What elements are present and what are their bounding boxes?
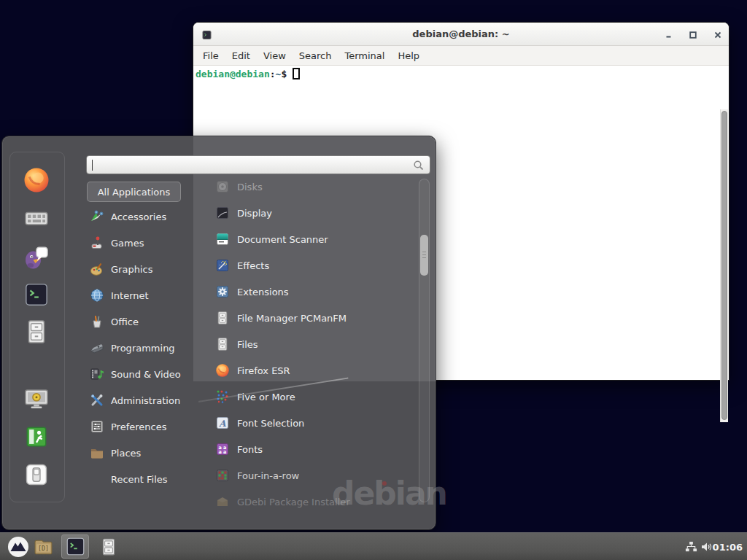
effects-icon xyxy=(215,258,230,273)
app-item-four-in-a-row[interactable]: Four-in-a-row xyxy=(215,462,417,489)
pidgin-icon xyxy=(23,244,50,270)
category-office[interactable]: Office xyxy=(90,311,199,332)
menu-edit[interactable]: Edit xyxy=(225,50,257,61)
app-item-file-manager-pcmanfm[interactable]: File Manager PCManFM xyxy=(215,305,417,331)
programming-icon xyxy=(90,341,104,355)
lock-screen-icon xyxy=(23,386,50,412)
app-item-fonts[interactable]: a aa a Fonts xyxy=(215,436,417,462)
office-icon xyxy=(90,314,104,329)
sidebar-shortcut-shutdown[interactable] xyxy=(22,460,51,489)
category-all-applications[interactable]: All Applications xyxy=(87,182,181,202)
places-icon xyxy=(90,446,104,460)
scrollbar-grip xyxy=(422,252,426,259)
app-item-five-or-more[interactable]: Five or More xyxy=(215,384,417,410)
taskbar-terminal-active[interactable] xyxy=(61,534,89,559)
firefox-icon xyxy=(215,363,230,378)
maximize-button[interactable] xyxy=(687,29,698,40)
font-selection-icon: A xyxy=(215,416,230,430)
file-cabinet-icon xyxy=(99,537,118,556)
app-item-document-scanner[interactable]: Document Scanner xyxy=(215,226,417,252)
network-tray-icon[interactable] xyxy=(683,533,699,560)
taskbar-file-manager-launcher[interactable]: [D] xyxy=(32,533,54,560)
taskbar: [D] 01:06 xyxy=(0,532,747,560)
menu-search[interactable]: Search xyxy=(293,50,338,61)
sidebar-shortcut-terminal[interactable] xyxy=(22,280,51,309)
app-item-files[interactable]: Files xyxy=(215,331,417,357)
shell-prompt: debian@debian:~$ xyxy=(196,68,300,79)
category-accessories[interactable]: Accessories xyxy=(90,206,199,228)
clock[interactable]: 01:06 xyxy=(713,533,743,560)
app-item-effects[interactable]: Effects xyxy=(215,252,417,279)
desktop: debian@debian: ~ File Edit View Search T… xyxy=(0,0,747,560)
sidebar-shortcut-firefox[interactable] xyxy=(22,166,51,195)
app-item-gdebi[interactable]: GDebi Package Installer xyxy=(215,489,417,515)
category-graphics[interactable]: Graphics xyxy=(90,258,199,280)
menu-logo-icon xyxy=(7,536,29,558)
search-input[interactable] xyxy=(86,155,430,174)
app-list-scrollbar-handle[interactable] xyxy=(420,235,428,276)
category-sound-video[interactable]: Sound & Video xyxy=(90,363,199,385)
document-scanner-icon xyxy=(215,232,230,246)
menu-help[interactable]: Help xyxy=(391,50,426,61)
category-programming[interactable]: Programming xyxy=(90,337,199,359)
category-administration[interactable]: Administration xyxy=(90,389,199,411)
category-internet[interactable]: Internet xyxy=(90,284,199,306)
svg-text:a a: a a xyxy=(218,449,226,455)
menu-view[interactable]: View xyxy=(257,50,293,61)
prompt-user: debian@debian xyxy=(196,69,270,79)
folder-icon: [D] xyxy=(34,538,53,556)
sidebar-shortcut-pidgin[interactable] xyxy=(22,242,51,271)
firefox-icon xyxy=(23,167,50,193)
graphics-icon xyxy=(90,262,104,276)
close-button[interactable] xyxy=(712,29,723,40)
display-icon xyxy=(215,206,230,220)
terminal-titlebar[interactable]: debian@debian: ~ xyxy=(193,23,729,46)
text-caret xyxy=(92,160,93,171)
accessories-icon xyxy=(90,209,104,224)
terminal-icon xyxy=(66,537,85,556)
file-cabinet-icon xyxy=(215,337,230,351)
app-item-extensions[interactable]: Extensions xyxy=(215,279,417,305)
disks-icon xyxy=(215,179,230,194)
sidebar-shortcut-logout[interactable] xyxy=(22,422,51,451)
volume-icon xyxy=(700,540,713,553)
category-preferences[interactable]: Preferences xyxy=(90,416,199,438)
sidebar-shortcut-lock-screen[interactable] xyxy=(22,384,51,413)
category-recent-files[interactable]: Recent Files xyxy=(90,468,199,490)
games-icon xyxy=(90,236,104,250)
app-item-disks[interactable]: Disks xyxy=(215,174,417,200)
sidebar-shortcut-software-manager[interactable] xyxy=(22,203,51,233)
menu-terminal[interactable]: Terminal xyxy=(338,50,391,61)
preferences-icon xyxy=(90,419,104,434)
terminal-scrollbar[interactable] xyxy=(720,109,728,422)
sidebar-shortcut-file-manager[interactable] xyxy=(22,317,51,346)
shutdown-icon xyxy=(24,462,49,487)
software-manager-icon xyxy=(23,205,50,231)
category-places[interactable]: Places xyxy=(90,442,199,464)
terminal-window-icon xyxy=(202,29,212,39)
logout-icon xyxy=(24,424,49,449)
minimize-button[interactable] xyxy=(663,29,674,40)
window-title: debian@debian: ~ xyxy=(412,28,509,39)
search-icon xyxy=(413,160,425,171)
extensions-icon xyxy=(215,284,230,299)
administration-icon xyxy=(90,393,104,408)
application-menu: debian xyxy=(1,136,436,530)
menu-button[interactable] xyxy=(6,533,31,560)
svg-text:A: A xyxy=(218,419,226,429)
app-item-display[interactable]: Display xyxy=(215,200,417,226)
file-cabinet-icon xyxy=(23,319,50,345)
terminal-icon xyxy=(24,282,49,307)
internet-icon xyxy=(90,288,104,303)
menu-file[interactable]: File xyxy=(196,50,225,61)
app-item-firefox-esr[interactable]: Firefox ESR xyxy=(215,357,417,384)
file-cabinet-icon xyxy=(215,311,230,325)
category-games[interactable]: Games xyxy=(90,232,199,254)
gdebi-icon xyxy=(215,494,230,509)
terminal-cursor xyxy=(293,68,300,79)
network-icon xyxy=(685,541,697,553)
app-item-font-selection[interactable]: A Font Selection xyxy=(215,410,417,436)
terminal-scrollbar-handle[interactable] xyxy=(721,111,727,420)
taskbar-files-launcher[interactable] xyxy=(98,533,120,560)
app-list-scrollbar[interactable] xyxy=(419,179,430,502)
